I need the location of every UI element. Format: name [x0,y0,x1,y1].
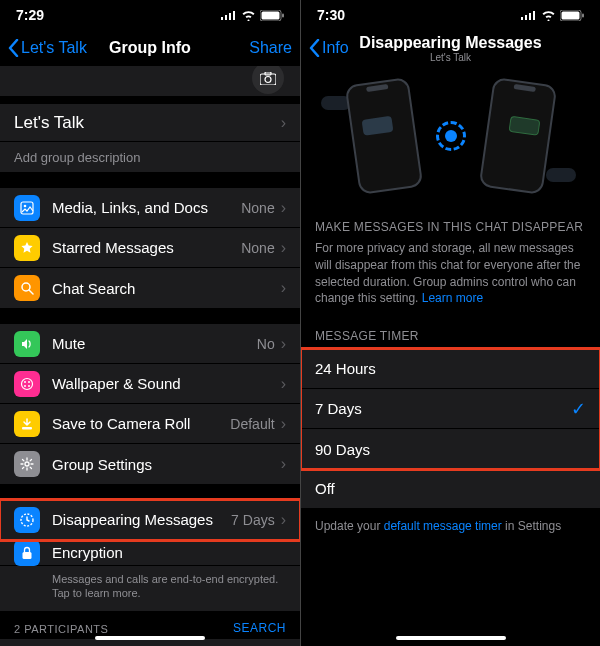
footer-note: Update your default message timer in Set… [301,509,600,543]
chevron-right-icon: › [281,239,286,257]
search-cell[interactable]: Chat Search › [0,268,300,308]
search-icon [14,275,40,301]
save-value: Default [230,416,274,432]
mute-value: No [257,336,275,352]
home-indicator[interactable] [95,636,205,640]
mute-cell[interactable]: Mute No › [0,324,300,364]
save-cell[interactable]: Save to Camera Roll Default › [0,404,300,444]
section-participants: 2 PARTICIPANTS SEARCH Add Participants [0,621,300,646]
encryption-label: Encryption [52,544,286,561]
section-media: Media, Links, and Docs None › Starred Me… [0,188,300,308]
signal-icon [221,10,237,20]
timer-option-label: 24 Hours [315,360,376,377]
lock-icon [14,540,40,566]
battery-icon [560,10,584,21]
svg-rect-26 [533,11,535,20]
status-icons [521,10,584,21]
svg-rect-6 [282,13,284,17]
nav-back-button[interactable]: Let's Talk [8,39,87,57]
svg-rect-29 [582,13,584,17]
group-settings-cell[interactable]: Group Settings › [0,444,300,484]
timer-option-off[interactable]: Off [301,469,600,509]
group-photo-row [0,66,300,96]
participants-count: 2 PARTICIPANTS [14,623,108,635]
group-desc-cell[interactable]: Add group description [0,142,300,172]
wallpaper-icon [14,371,40,397]
footer-pre: Update your [315,519,384,533]
svg-point-18 [28,385,30,387]
chevron-right-icon: › [281,335,286,353]
disappearing-value: 7 Days [231,512,275,528]
nav-share-button[interactable]: Share [249,39,292,57]
svg-rect-2 [229,13,231,20]
svg-point-15 [24,381,26,383]
svg-point-14 [22,378,33,389]
default-timer-link[interactable]: default message timer [384,519,502,533]
wallpaper-cell[interactable]: Wallpaper & Sound › [0,364,300,404]
svg-point-20 [25,462,29,466]
media-cell[interactable]: Media, Links, and Docs None › [0,188,300,228]
camera-button[interactable] [252,66,284,94]
participants-search-button[interactable]: SEARCH [233,621,286,635]
search-label: Chat Search [52,280,281,297]
battery-icon [260,10,284,21]
star-icon [14,235,40,261]
svg-rect-23 [521,17,523,20]
media-value: None [241,200,274,216]
chevron-right-icon: › [281,114,286,132]
phone-illustration-left [344,77,423,195]
wifi-icon [241,10,256,21]
speaker-icon [14,331,40,357]
timer-options-group: 24 Hours 7 Days ✓ 90 Days [301,349,600,469]
timer-option-24h[interactable]: 24 Hours [301,349,600,389]
nav-back-button[interactable]: Info [309,39,349,57]
timer-option-7d[interactable]: 7 Days ✓ [301,389,600,429]
section-settings: Mute No › Wallpaper & Sound › Save to Ca… [0,324,300,484]
download-icon [14,411,40,437]
timer-header: MESSAGE TIMER [301,307,600,349]
nav-back-label: Info [322,39,349,57]
checkmark-icon: ✓ [571,398,586,420]
status-icons [221,10,284,21]
footer-post: in Settings [502,519,561,533]
home-indicator[interactable] [396,636,506,640]
phone-right: 7:30 Info Disappearing Messages Let's Ta… [300,0,600,646]
timer-option-label: 7 Days [315,400,362,417]
timer-ring-icon [436,121,466,151]
wifi-icon [541,10,556,21]
media-label: Media, Links, and Docs [52,199,241,216]
disappearing-cell[interactable]: Disappearing Messages 7 Days › [0,500,300,540]
starred-label: Starred Messages [52,239,241,256]
timer-option-90d[interactable]: 90 Days [301,429,600,469]
mute-label: Mute [52,335,257,352]
svg-rect-25 [529,13,531,20]
encryption-cell[interactable]: Encryption [0,540,300,566]
svg-rect-0 [221,17,223,20]
chevron-right-icon: › [281,279,286,297]
save-label: Save to Camera Roll [52,415,230,432]
section-groupname: Let's Talk › Add group description [0,104,300,172]
group-name-cell[interactable]: Let's Talk › [0,104,300,142]
chevron-right-icon: › [281,415,286,433]
starred-cell[interactable]: Starred Messages None › [0,228,300,268]
gear-icon [14,451,40,477]
scroll-area[interactable]: Let's Talk › Add group description Media… [0,66,300,646]
scroll-area[interactable]: MAKE MESSAGES IN THIS CHAT DISAPPEAR For… [301,66,600,646]
svg-rect-19 [22,427,32,430]
learn-more-link[interactable]: Learn more [422,291,483,305]
section-title: MAKE MESSAGES IN THIS CHAT DISAPPEAR [301,206,600,240]
encryption-hint: Messages and calls are end-to-end encryp… [52,572,286,601]
phone-illustration-right [478,77,557,195]
status-bar: 7:30 [301,0,600,30]
wallpaper-label: Wallpaper & Sound [52,375,281,392]
svg-point-11 [24,204,27,207]
chevron-right-icon: › [281,375,286,393]
group-desc-placeholder: Add group description [14,150,140,165]
status-time: 7:30 [317,7,345,23]
svg-point-17 [24,385,26,387]
illustration [301,66,600,206]
section-disappearing: Disappearing Messages 7 Days › Encryptio… [0,500,300,611]
svg-rect-24 [525,15,527,20]
chevron-right-icon: › [281,199,286,217]
svg-rect-28 [562,11,580,19]
